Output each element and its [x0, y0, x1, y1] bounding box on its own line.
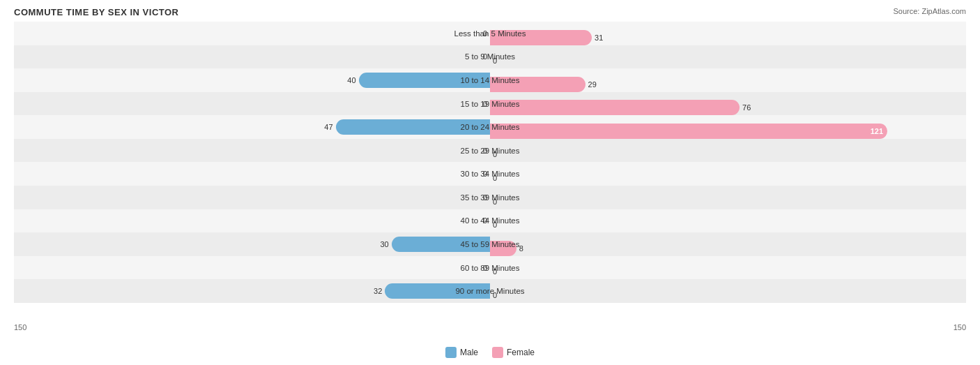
- female-value: 0: [493, 291, 497, 299]
- row-inner: 0 60 to 89 Minutes 0: [14, 256, 966, 280]
- legend-female-label: Female: [507, 348, 535, 357]
- male-value: 0: [483, 100, 487, 108]
- male-side: 30: [364, 237, 490, 252]
- female-value: 0: [493, 150, 497, 158]
- source-label: Source: ZipAtlas.com: [893, 7, 966, 15]
- row-inner: 47 20 to 24 Minutes 121: [14, 115, 966, 139]
- female-value: 76: [742, 103, 751, 112]
- male-value: 47: [324, 123, 332, 131]
- male-side: 0: [462, 260, 490, 276]
- female-value: 0: [493, 267, 497, 276]
- female-bar: [490, 77, 585, 92]
- bar-row: 0 35 to 39 Minutes 0: [14, 186, 966, 209]
- male-value: 32: [374, 287, 382, 295]
- row-inner: 30 45 to 59 Minutes 8: [14, 232, 966, 256]
- male-bar: [392, 237, 490, 252]
- male-value: 0: [483, 29, 487, 38]
- female-value: 31: [595, 33, 603, 42]
- legend-male-box: [445, 347, 457, 358]
- female-bar: [490, 241, 516, 256]
- row-inner: 0 25 to 29 Minutes 0: [14, 139, 966, 163]
- female-side: 0: [490, 264, 525, 279]
- female-value: 0: [493, 221, 497, 229]
- male-side: 0: [462, 49, 490, 64]
- bar-row: 0 5 to 9 Minutes 0: [14, 45, 966, 69]
- chart-legend: Male Female: [445, 347, 535, 358]
- row-inner: 0 5 to 9 Minutes 0: [14, 45, 966, 69]
- female-bar: [490, 100, 740, 115]
- row-inner: 40 10 to 14 Minutes 29: [14, 68, 966, 92]
- bar-row: 0 40 to 44 Minutes 0: [14, 209, 966, 233]
- row-inner: 0 Less than 5 Minutes 31: [14, 22, 966, 45]
- female-side: 0: [490, 53, 525, 68]
- female-side: 0: [490, 170, 525, 186]
- legend-male-label: Male: [460, 348, 478, 357]
- female-bar: 121: [490, 124, 887, 139]
- male-value: 0: [483, 170, 487, 178]
- female-side: 121: [490, 124, 922, 139]
- bar-row: 0 30 to 34 Minutes 0: [14, 162, 966, 186]
- male-value: 0: [483, 147, 487, 155]
- female-value: 0: [493, 198, 497, 206]
- row-inner: 0 40 to 44 Minutes 0: [14, 209, 966, 233]
- male-side: 0: [462, 96, 490, 112]
- chart-area: 0 Less than 5 Minutes 31 0 5 to 9 Minute…: [14, 22, 966, 303]
- bar-row: 0 60 to 89 Minutes 0: [14, 256, 966, 280]
- male-value: 0: [483, 264, 487, 272]
- female-side: 0: [490, 217, 525, 232]
- chart-title: COMMUTE TIME BY SEX IN VICTOR: [14, 7, 966, 17]
- male-side: 0: [462, 190, 490, 205]
- female-side: 0: [490, 147, 525, 162]
- male-side: 47: [308, 119, 490, 135]
- female-bar: [490, 30, 592, 45]
- legend-female-box: [492, 347, 503, 358]
- male-bar: [336, 119, 490, 135]
- female-side: 29: [490, 77, 620, 92]
- legend-male: Male: [445, 347, 478, 358]
- axis-right-label: 150: [954, 323, 966, 332]
- bar-row: 32 90 or more Minutes 0: [14, 279, 966, 303]
- male-value: 0: [483, 193, 487, 202]
- female-side: 76: [490, 100, 774, 115]
- male-side: 0: [462, 166, 490, 181]
- male-side: 40: [331, 73, 490, 88]
- female-side: 31: [490, 30, 627, 45]
- row-inner: 0 35 to 39 Minutes 0: [14, 186, 966, 209]
- male-value: 0: [483, 52, 487, 61]
- male-side: 0: [462, 26, 490, 41]
- male-value: 40: [347, 76, 355, 84]
- bar-row: 47 20 to 24 Minutes 121: [14, 115, 966, 139]
- male-side: 32: [357, 283, 490, 299]
- female-side: 8: [490, 241, 551, 256]
- female-value-inside: 121: [871, 127, 883, 135]
- female-side: 0: [490, 288, 525, 303]
- bar-row: 0 25 to 29 Minutes 0: [14, 139, 966, 163]
- male-bar: [385, 283, 490, 299]
- row-inner: 32 90 or more Minutes 0: [14, 279, 966, 303]
- male-value: 30: [380, 240, 388, 248]
- chart-container: COMMUTE TIME BY SEX IN VICTOR Source: Zi…: [0, 0, 980, 365]
- axis-left-label: 150: [14, 323, 26, 332]
- bar-row: 0 Less than 5 Minutes 31: [14, 22, 966, 45]
- bar-row: 30 45 to 59 Minutes 8: [14, 232, 966, 256]
- bar-row: 40 10 to 14 Minutes 29: [14, 68, 966, 92]
- row-inner: 0 15 to 19 Minutes 76: [14, 92, 966, 116]
- male-bar: [359, 73, 490, 88]
- female-value: 29: [588, 80, 597, 89]
- male-value: 0: [483, 216, 487, 225]
- male-side: 0: [462, 213, 490, 228]
- female-value: 0: [493, 57, 497, 65]
- female-side: 0: [490, 194, 525, 209]
- female-value: 8: [519, 244, 523, 253]
- legend-female: Female: [492, 347, 535, 358]
- female-value: 0: [493, 174, 497, 182]
- male-side: 0: [462, 143, 490, 158]
- row-inner: 0 30 to 34 Minutes 0: [14, 162, 966, 186]
- bar-row: 0 15 to 19 Minutes 76: [14, 92, 966, 116]
